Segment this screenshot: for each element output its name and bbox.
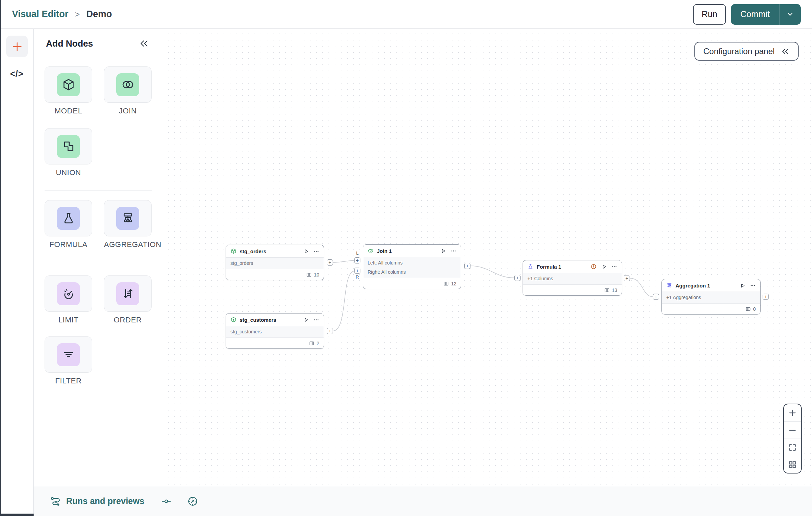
more-options-icon[interactable]	[451, 248, 456, 254]
commit-graph-button[interactable]	[161, 496, 171, 506]
header-actions: Run Commit	[693, 4, 801, 25]
node-footer: 12	[363, 278, 461, 289]
handle-aggregation-input[interactable]: +	[653, 294, 659, 300]
tile-limit-card	[45, 275, 92, 312]
tile-limit-label: LIMIT	[45, 316, 92, 324]
chevron-down-icon	[786, 11, 794, 18]
node-body-line: Left: All columns	[368, 258, 456, 268]
grid-layout-button[interactable]	[784, 456, 801, 473]
node-body: stg_orders	[226, 257, 324, 269]
tile-join-label: JOIN	[104, 107, 152, 115]
configuration-panel-button[interactable]: Configuration panel	[694, 42, 799, 61]
node-body-line: stg_customers	[230, 327, 319, 336]
handle-formula-input[interactable]: +	[514, 275, 521, 281]
node-body-line: stg_orders	[230, 259, 319, 268]
tile-formula[interactable]: FORMULA	[45, 200, 92, 249]
node-title: Aggregation 1	[676, 283, 710, 288]
tile-order-card	[104, 275, 152, 312]
tile-filter-card	[45, 336, 92, 373]
column-count: 12	[451, 281, 456, 286]
breadcrumb-demo: Demo	[86, 9, 112, 20]
model-cube-icon	[230, 248, 237, 254]
tile-limit[interactable]: LIMIT	[45, 275, 92, 324]
add-nodes-panel: Add Nodes MODEL JOIN UNION	[34, 29, 163, 486]
tile-order-label: ORDER	[104, 316, 152, 324]
git-commit-icon	[161, 496, 171, 506]
more-options-icon[interactable]	[313, 317, 319, 323]
tile-join[interactable]: JOIN	[104, 66, 152, 115]
runs-and-previews-label: Runs and previews	[66, 496, 144, 506]
bottom-bar: Runs and previews	[34, 486, 812, 516]
window-left-edge	[0, 0, 1, 516]
node-body: +1 Aggregations	[662, 292, 760, 304]
node-header: stg_orders	[226, 245, 324, 257]
node-actions	[303, 317, 319, 323]
play-icon[interactable]	[601, 264, 607, 270]
tile-union-label: UNION	[45, 168, 92, 177]
flow-canvas[interactable]: Configuration panel stg_orders stg_order…	[163, 29, 812, 486]
model-cube-icon	[230, 317, 237, 323]
handle-aggregation-output[interactable]: +	[763, 294, 769, 300]
tile-model[interactable]: MODEL	[45, 66, 92, 115]
handle-join-left-input[interactable]: +	[354, 257, 360, 263]
handle-stg-orders-output[interactable]: +	[327, 259, 333, 266]
node-title: stg_orders	[240, 248, 266, 254]
play-icon[interactable]	[440, 248, 446, 254]
node-header: Join 1	[363, 245, 461, 257]
zoom-out-button[interactable]	[784, 421, 801, 439]
tile-aggregation[interactable]: AGGREGATION	[104, 200, 152, 249]
runs-and-previews-tab[interactable]: Runs and previews	[50, 496, 144, 507]
column-count: 2	[317, 341, 319, 346]
tile-union-card	[45, 128, 92, 164]
tile-filter[interactable]: FILTER	[45, 336, 92, 385]
more-options-icon[interactable]	[611, 264, 617, 270]
node-aggregation-1[interactable]: Aggregation 1 +1 Aggregations 0	[661, 279, 761, 315]
play-icon[interactable]	[303, 317, 309, 323]
sitemap-icon	[666, 282, 672, 288]
breadcrumb-visual-editor[interactable]: Visual Editor	[12, 9, 69, 20]
tile-model-card	[45, 66, 92, 103]
handle-stg-customers-output[interactable]: +	[327, 328, 333, 334]
node-stg-orders[interactable]: stg_orders stg_orders 10	[226, 245, 324, 280]
warning-icon	[590, 263, 597, 270]
columns-icon	[306, 272, 312, 278]
fullscreen-icon	[788, 443, 797, 452]
commit-button[interactable]: Commit	[731, 4, 779, 25]
play-icon[interactable]	[303, 248, 309, 254]
commit-dropdown-button[interactable]	[779, 4, 801, 25]
top-header: Visual Editor > Demo Run Commit	[0, 0, 812, 29]
node-stg-customers[interactable]: stg_customers stg_customers 2	[226, 313, 324, 349]
edge-stg-customers-to-join	[333, 271, 354, 331]
flask-icon	[527, 263, 534, 270]
flask-icon	[57, 207, 80, 230]
handle-formula-output[interactable]: +	[624, 275, 630, 281]
more-options-icon[interactable]	[313, 248, 319, 254]
tile-union[interactable]: UNION	[45, 128, 92, 177]
breadcrumb-separator: >	[75, 10, 80, 19]
columns-icon	[604, 287, 610, 293]
panel-divider	[45, 263, 152, 263]
node-join-1[interactable]: Join 1 Left: All columns Right: All colu…	[363, 244, 461, 289]
run-button[interactable]: Run	[693, 4, 726, 25]
explore-button[interactable]	[187, 496, 198, 507]
fit-view-button[interactable]	[784, 439, 801, 456]
tile-aggregation-card	[104, 200, 152, 236]
filter-icon	[57, 343, 80, 366]
join-right-input-label: R	[354, 274, 361, 280]
handle-join-right-input[interactable]: +	[354, 268, 360, 274]
panel-divider	[45, 190, 152, 191]
code-editor-button[interactable]: </>	[0, 66, 34, 82]
node-body: Left: All columns Right: All columns	[363, 257, 461, 278]
play-icon[interactable]	[740, 283, 745, 288]
node-actions	[440, 248, 456, 254]
tile-order[interactable]: ORDER	[104, 275, 152, 324]
node-formula-1[interactable]: Formula 1 +1 Columns 13	[523, 260, 622, 296]
zoom-in-button[interactable]	[784, 404, 801, 421]
handle-join-output[interactable]: +	[464, 263, 470, 269]
add-node-rail-button[interactable]	[6, 36, 28, 57]
collapse-panel-button[interactable]	[139, 38, 149, 50]
plus-icon	[11, 41, 23, 52]
node-body-line: +1 Aggregations	[666, 293, 756, 302]
tile-formula-card	[45, 200, 92, 236]
more-options-icon[interactable]	[750, 283, 756, 288]
